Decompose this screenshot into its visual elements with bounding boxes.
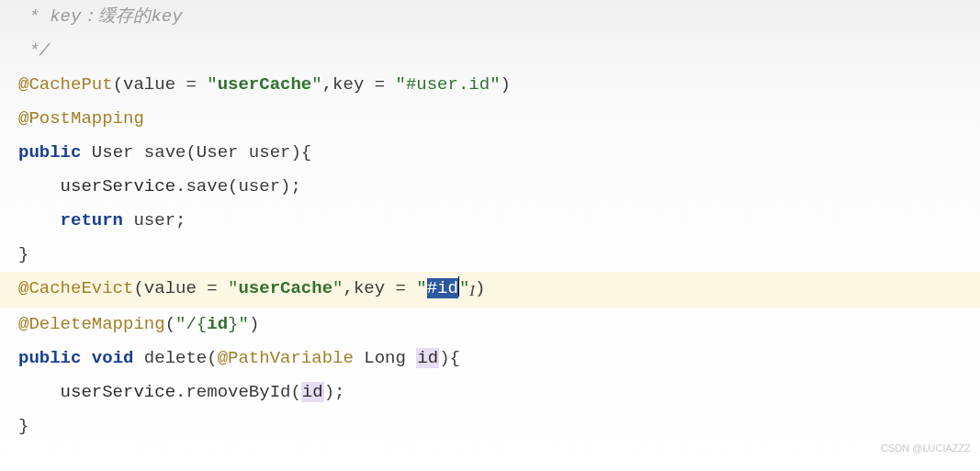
code-line: @DeleteMapping("/{id}") <box>18 308 980 342</box>
punct: ) <box>501 74 511 95</box>
code-line: public User save(User user){ <box>18 136 980 170</box>
code-line: */ <box>18 34 980 68</box>
string: id <box>207 314 228 334</box>
punct: (value = <box>113 74 208 95</box>
field: userService <box>18 176 175 196</box>
string-quote: " <box>311 74 321 95</box>
string: }" <box>228 314 249 334</box>
text-cursor <box>458 276 459 297</box>
text: .removeById( <box>175 382 301 402</box>
string-quote: " <box>228 278 238 298</box>
text: User save(User user){ <box>81 142 311 163</box>
string: "#user.id" <box>396 74 501 95</box>
code-line: * key：缓存的key <box>18 0 980 34</box>
keyword: void <box>92 348 134 368</box>
string: "/{ <box>175 314 207 334</box>
annotation: @CacheEvict <box>18 278 133 298</box>
code-line: return user; <box>18 204 980 238</box>
text: delete( <box>133 348 217 368</box>
text: user; <box>123 210 186 230</box>
param-var: id <box>301 382 324 402</box>
indent <box>18 210 61 230</box>
keyword: public <box>18 348 81 368</box>
code-line: userService.save(user); <box>18 170 980 204</box>
string-quote: " <box>207 74 217 95</box>
punct: ,key = <box>343 278 416 298</box>
punct: ) <box>475 278 485 298</box>
punct: (value = <box>133 278 228 298</box>
punct: ( <box>165 314 175 334</box>
ibeam-cursor-icon: I <box>469 274 475 308</box>
string-quote: " <box>416 278 426 298</box>
text: ); <box>324 382 345 402</box>
code-line: public void delete(@PathVariable Long id… <box>18 342 980 376</box>
code-editor[interactable]: * key：缓存的key */ @CachePut(value = "userC… <box>0 0 980 443</box>
annotation: @CachePut <box>18 74 113 95</box>
annotation: @PathVariable <box>218 348 354 368</box>
annotation: @PostMapping <box>18 108 144 129</box>
string-quote: " <box>459 278 469 298</box>
code-line: userService.removeById(id); <box>18 376 980 409</box>
space <box>81 348 91 368</box>
selection: #id <box>427 278 458 298</box>
watermark: CSDN @LUCIAZZZ <box>881 432 971 465</box>
param-var: id <box>416 348 439 368</box>
text: ){ <box>439 348 460 368</box>
string: userCache <box>218 74 312 95</box>
annotation: @DeleteMapping <box>18 314 165 334</box>
punct: ,key = <box>322 74 396 95</box>
text: Long <box>354 348 416 368</box>
code-line: @CachePut(value = "userCache",key = "#us… <box>18 68 980 102</box>
field: userService <box>18 382 175 402</box>
string-quote: " <box>332 278 343 298</box>
code-line: } <box>18 409 980 443</box>
code-line: } <box>18 238 980 272</box>
string: userCache <box>238 278 332 298</box>
keyword: return <box>61 210 123 230</box>
code-line-highlighted: @CacheEvict(value = "userCache",key = "#… <box>0 272 980 308</box>
punct: ) <box>249 314 259 334</box>
keyword: public <box>18 142 81 163</box>
text: .save(user); <box>175 176 301 196</box>
code-line: @PostMapping <box>18 102 980 136</box>
